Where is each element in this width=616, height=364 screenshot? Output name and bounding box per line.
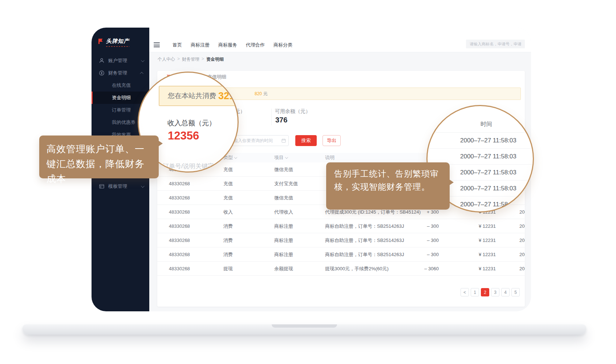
cell-order: 48330268	[169, 262, 190, 276]
cell-project: 商标注册	[274, 233, 293, 247]
pagination-page-5[interactable]: 5	[511, 288, 520, 296]
cell-type: 消费	[223, 233, 233, 247]
cell-time: 2000–7–27 11:58:03	[519, 205, 525, 219]
cell-project: 代理收入	[274, 205, 293, 219]
nav-tab-4[interactable]: 商标分类	[273, 42, 292, 48]
cell-project: 支付宝充值	[274, 177, 298, 191]
cell-balance: ¥ 12231	[479, 233, 496, 247]
pagination-prev-button[interactable]: <	[461, 288, 469, 296]
search-button[interactable]: 搜索	[295, 135, 317, 146]
logo: 头牌知产	[97, 38, 145, 47]
pagination-page-4[interactable]: 4	[501, 288, 510, 296]
user-icon	[99, 58, 105, 64]
sidebar-item-0[interactable]: 在线充值	[92, 79, 149, 92]
hamburger-menu-icon[interactable]	[154, 43, 160, 47]
chevron-up-icon	[140, 72, 143, 75]
laptop-base	[23, 324, 586, 335]
cell-type: 提现	[223, 262, 233, 276]
cell-type: 收入	[223, 205, 233, 219]
logo-title: 头牌知产	[106, 38, 129, 45]
sidebar-item-finance[interactable]: 财务管理	[92, 67, 149, 79]
logo-flag-icon	[97, 38, 104, 45]
cell-amount: – 300	[408, 233, 439, 247]
nav-tab-1[interactable]: 商标注册	[191, 42, 210, 48]
callout-right: 告别手工统计、告别繁琐审核，实现智能财务管理。	[326, 162, 450, 210]
cell-type: 消费	[223, 247, 233, 262]
keyword-placeholder-text: 订单号/说明关键字	[163, 162, 214, 170]
consumption-banner-amount: 820 元	[255, 88, 267, 100]
breadcrumb-item-1[interactable]: 财务管理	[182, 56, 199, 62]
breadcrumb: 个人中心>财务管理>资金明细	[158, 56, 224, 62]
table-row: 48330268消费商标注册商标自助注册，订单号：SB2514263J– 300…	[157, 247, 525, 262]
pagination-page-3[interactable]: 3	[491, 288, 499, 296]
sidebar-item-template[interactable]: 模板管理	[92, 180, 149, 193]
magnified-time-row: 2000–7–27 11:58:03	[427, 133, 533, 149]
cell-type: 充值	[223, 162, 233, 177]
cell-desc: 商标自助注册，订单号：SB2514263J	[325, 233, 404, 247]
cell-balance: ¥ 12231	[479, 247, 496, 262]
income-total-label: 收入总额（元）	[167, 118, 216, 128]
callout-arrow	[158, 141, 163, 146]
cell-order: 48330268	[169, 191, 190, 205]
cell-time: 2000–7–27 11:58:03	[519, 219, 525, 233]
cell-order: 48330268	[169, 177, 190, 191]
breadcrumb-separator: >	[177, 56, 180, 62]
calendar-icon[interactable]	[281, 138, 286, 143]
export-button[interactable]: 导出	[323, 135, 341, 146]
pagination-page-2[interactable]: 2	[481, 288, 489, 296]
cell-type: 充值	[223, 177, 233, 191]
cell-project: 商标注册	[274, 219, 293, 233]
cell-project: 余额提现	[274, 262, 293, 276]
available-balance-label: 可用余额（元）	[275, 108, 311, 115]
nav-tab-3[interactable]: 代理合作	[246, 42, 265, 48]
topbar: 首页商标注册商标服务代理合作商标分类	[149, 28, 531, 52]
sidebar-item-label: 模板管理	[108, 183, 137, 190]
chevron-down-icon	[141, 58, 145, 62]
cell-time: 2000–7–27 11:58:03	[519, 233, 525, 247]
cell-amount: – 3060	[408, 262, 439, 276]
cell-time: 2000–7–27 11:58:03	[519, 247, 525, 262]
sidebar-item-label: 账户管理	[108, 57, 137, 64]
cell-amount: – 300	[408, 219, 439, 233]
cell-desc: 提现3000元，手续费2%(60元)	[325, 262, 389, 276]
cell-order: 48330268	[169, 205, 190, 219]
cell-project: 微信充值	[274, 162, 293, 177]
coin-icon	[99, 70, 105, 76]
magnified-banner-text: 您在本站共消费32124元	[168, 89, 239, 103]
logo-tagline-dashes	[106, 46, 129, 47]
available-balance-value: 376	[275, 116, 287, 124]
nav-tab-2[interactable]: 商标服务	[218, 42, 237, 48]
table-row: 48330268消费商标注册商标自助注册，订单号：SB2514263J– 300…	[157, 233, 525, 247]
cell-desc: 商标自助注册，订单号：SB2514263J	[325, 219, 404, 233]
cell-type: 充值	[223, 191, 233, 205]
header-project[interactable]: 项目	[274, 153, 288, 162]
cell-project: 商标注册	[274, 247, 293, 262]
sort-caret-icon	[234, 156, 237, 159]
nav-tab-0[interactable]: 首页	[173, 42, 182, 48]
breadcrumb-item-0[interactable]: 个人中心	[158, 56, 175, 62]
header-desc: 说明	[325, 153, 335, 162]
sidebar-item-account[interactable]: 账户管理	[92, 54, 149, 67]
income-total-value: 12356	[168, 129, 199, 142]
top-search	[466, 40, 525, 48]
chevron-down-icon	[141, 184, 145, 188]
table-row: 48330268提现余额提现提现3000元，手续费2%(60元)– 3060¥ …	[157, 262, 525, 276]
cell-balance: ¥ 12231	[479, 219, 496, 233]
breadcrumb-item-2[interactable]: 资金明细	[206, 56, 224, 62]
cell-order: 48330268	[169, 219, 190, 233]
cell-type: 消费	[223, 219, 233, 233]
pagination-page-1[interactable]: 1	[471, 288, 479, 296]
breadcrumb-separator: >	[202, 56, 204, 62]
pagination: <12345	[461, 288, 520, 296]
cell-order: 48330268	[169, 247, 190, 262]
table-row: 48330268消费商标注册商标自助注册，订单号：SB2514263J– 300…	[157, 219, 525, 233]
cell-balance: ¥ 12231	[479, 262, 496, 276]
sidebar-item-label: 财务管理	[108, 70, 137, 76]
trademark-search-input[interactable]	[466, 40, 525, 48]
sidebar-item-1[interactable]: 资金明细	[92, 92, 149, 104]
template-icon	[99, 183, 105, 189]
cell-time: 2000–7–27 11:58:03	[519, 262, 525, 276]
stats-divider	[271, 109, 272, 125]
page: 头牌知产 账户管理 财务管	[0, 0, 616, 364]
callout-arrow	[449, 179, 454, 185]
